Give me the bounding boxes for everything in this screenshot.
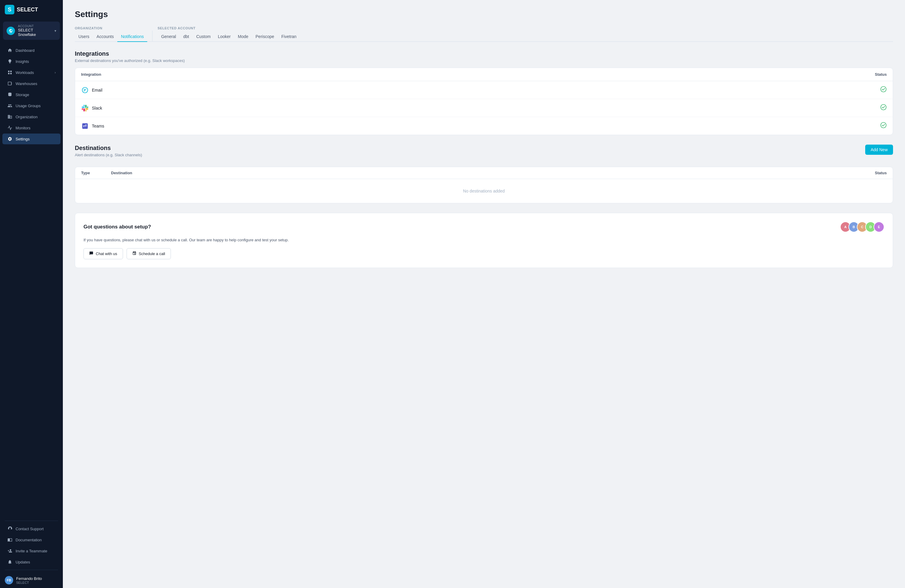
user-profile: FB Fernando Brito SELECT — [0, 572, 63, 588]
sidebar-item-label: Invite a Teammate — [16, 549, 47, 553]
tab-custom[interactable]: Custom — [193, 32, 214, 42]
building-icon — [7, 114, 13, 119]
col-type: Type — [81, 171, 111, 175]
sidebar: S SELECT Account SELECT Snowflake ▾ Dash… — [0, 0, 63, 588]
book-icon — [7, 537, 13, 542]
integration-slack-row: Slack — [75, 99, 893, 117]
add-new-button[interactable]: Add New — [865, 145, 893, 155]
sidebar-item-updates[interactable]: Updates — [2, 556, 60, 567]
schedule-call-button[interactable]: Schedule a call — [127, 248, 171, 259]
integrations-card: Integration Status Email — [75, 68, 893, 135]
divider-2 — [5, 570, 58, 570]
account-icon — [6, 27, 15, 35]
account-tabs-label: Selected Account — [157, 26, 300, 30]
email-status-icon — [880, 86, 887, 94]
sidebar-item-monitors[interactable]: Monitors — [2, 122, 60, 133]
sidebar-item-warehouses[interactable]: Warehouses — [2, 78, 60, 89]
tab-looker[interactable]: Looker — [214, 32, 234, 42]
chat-btn-label: Chat with us — [96, 251, 117, 256]
user-info: Fernando Brito SELECT — [16, 576, 42, 585]
main-content: Settings Organization Users Accounts Not… — [63, 0, 905, 588]
account-label: Account — [18, 25, 51, 28]
sidebar-item-dashboard[interactable]: Dashboard — [2, 45, 60, 56]
destinations-card: Type Destination Status No destinations … — [75, 167, 893, 203]
sidebar-item-label: Workloads — [16, 70, 34, 75]
sidebar-item-organization[interactable]: Organization — [2, 111, 60, 122]
sidebar-item-workloads[interactable]: Workloads › — [2, 67, 60, 78]
account-selector[interactable]: Account SELECT Snowflake ▾ — [3, 22, 60, 40]
destinations-section: Destinations Alert destinations (e.g. Sl… — [75, 145, 893, 203]
logo-area: S SELECT — [0, 0, 63, 19]
teams-status-icon — [880, 122, 887, 130]
teams-icon — [81, 122, 89, 130]
logo-icon: S — [5, 5, 14, 14]
tab-notifications[interactable]: Notifications — [117, 32, 147, 42]
integration-teams-row: Teams — [75, 117, 893, 135]
lightbulb-icon — [7, 59, 13, 64]
sidebar-item-label: Documentation — [16, 538, 41, 542]
tab-fivetran[interactable]: Fivetran — [278, 32, 300, 42]
integration-email-row: Email — [75, 81, 893, 99]
database-icon — [7, 92, 13, 97]
tab-users[interactable]: Users — [75, 32, 93, 42]
sidebar-item-settings[interactable]: Settings — [2, 133, 60, 144]
tab-dbt[interactable]: dbt — [179, 32, 192, 42]
integration-email-name: Email — [81, 86, 876, 94]
activity-icon — [7, 125, 13, 130]
org-tabs-label: Organization — [75, 26, 147, 30]
slack-status-icon — [880, 104, 887, 112]
main-nav: Dashboard Insights Workloads › Warehouse… — [0, 42, 63, 147]
schedule-btn-label: Schedule a call — [139, 251, 165, 256]
sidebar-item-storage[interactable]: Storage — [2, 89, 60, 100]
sidebar-item-label: Storage — [16, 92, 29, 97]
logo-text: SELECT — [17, 6, 38, 13]
support-description: If you have questions, please chat with … — [84, 237, 884, 243]
account-name: SELECT Snowflake — [18, 28, 51, 37]
sidebar-item-insights[interactable]: Insights — [2, 56, 60, 67]
users-icon — [7, 103, 13, 108]
user-org: SELECT — [16, 581, 42, 585]
integrations-section: Integrations External destinations you'v… — [75, 50, 893, 135]
support-top: Got questions about setup? A B C D E — [84, 222, 884, 232]
avatar: FB — [5, 576, 13, 585]
account-tabs-group: Selected Account General dbt Custom Look… — [157, 26, 300, 41]
tab-accounts[interactable]: Accounts — [93, 32, 117, 42]
tab-periscope[interactable]: Periscope — [252, 32, 278, 42]
sidebar-item-label: Warehouses — [16, 81, 37, 86]
chevron-down-icon: ▾ — [54, 29, 56, 33]
chat-icon — [89, 251, 94, 256]
sidebar-bottom: Contact Support Documentation Invite a T… — [0, 518, 63, 588]
divider — [5, 521, 58, 521]
destinations-header: Destinations Alert destinations (e.g. Sl… — [75, 145, 893, 162]
sidebar-item-label: Monitors — [16, 126, 30, 130]
home-icon — [7, 48, 13, 53]
sidebar-item-label: Settings — [16, 137, 30, 141]
chat-with-us-button[interactable]: Chat with us — [84, 248, 123, 259]
dest-table-header: Type Destination Status — [75, 167, 893, 179]
tab-mode[interactable]: Mode — [234, 32, 252, 42]
avatar-5: E — [873, 222, 884, 232]
tab-general[interactable]: General — [157, 32, 179, 42]
gear-icon — [7, 136, 13, 141]
col-status: Status — [875, 72, 887, 77]
user-plus-icon — [7, 548, 13, 553]
support-title: Got questions about setup? — [84, 224, 151, 230]
bell-icon — [7, 559, 13, 565]
sidebar-item-label: Updates — [16, 560, 30, 564]
sidebar-item-documentation[interactable]: Documentation — [2, 534, 60, 545]
slack-icon — [81, 104, 89, 112]
destinations-title-area: Destinations Alert destinations (e.g. Sl… — [75, 145, 142, 162]
sidebar-item-invite-teammate[interactable]: Invite a Teammate — [2, 545, 60, 556]
tabs-container: Organization Users Accounts Notification… — [75, 26, 893, 41]
chevron-right-icon: › — [55, 71, 56, 74]
warehouse-icon — [7, 81, 13, 86]
org-tabs-group: Organization Users Accounts Notification… — [75, 26, 147, 41]
headset-icon — [7, 526, 13, 531]
integrations-title: Integrations — [75, 50, 893, 57]
integration-teams-name: Teams — [81, 122, 876, 130]
sidebar-item-contact-support[interactable]: Contact Support — [2, 523, 60, 534]
destinations-desc: Alert destinations (e.g. Slack channels) — [75, 153, 142, 157]
account-info: Account SELECT Snowflake — [18, 25, 51, 37]
support-card: Got questions about setup? A B C D E If … — [75, 213, 893, 268]
sidebar-item-usage-groups[interactable]: Usage Groups — [2, 100, 60, 111]
